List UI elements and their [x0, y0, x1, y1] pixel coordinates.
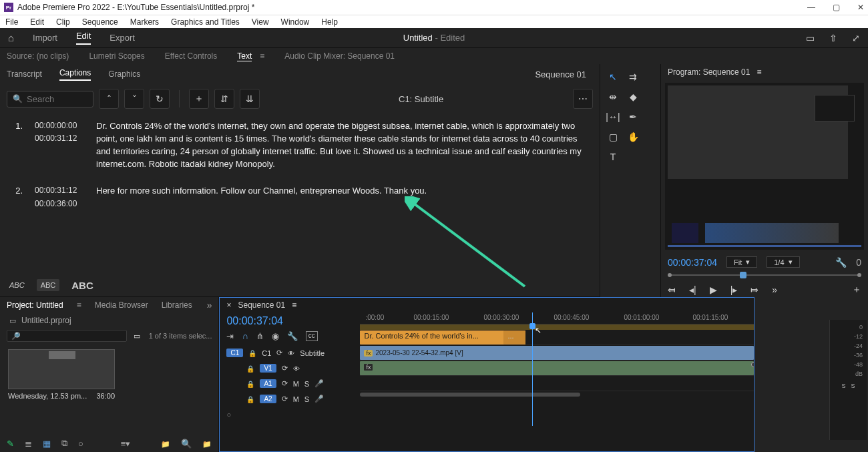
track-eye-icon[interactable]: [288, 349, 294, 357]
menu-markers[interactable]: Markers: [130, 17, 159, 27]
tab-text-menu-icon[interactable]: ≡: [260, 51, 264, 61]
scrubber-playhead-icon[interactable]: [740, 272, 746, 278]
audio-clip-a1[interactable]: fx: [360, 361, 754, 375]
quick-export-icon[interactable]: ▭: [806, 33, 815, 43]
menu-help[interactable]: Help: [321, 17, 338, 27]
mute-button[interactable]: M: [293, 380, 299, 388]
menu-file[interactable]: File: [5, 17, 18, 27]
track-a1-target[interactable]: A1: [260, 379, 276, 388]
subtab-captions[interactable]: Captions: [59, 68, 91, 81]
tab-media-browser[interactable]: Media Browser: [95, 300, 148, 310]
track-sync-icon[interactable]: ⟳: [282, 364, 288, 373]
transport-overflow-icon[interactable]: »: [772, 284, 777, 295]
tab-project-menu-icon[interactable]: ≡: [77, 300, 81, 310]
new-bin-icon[interactable]: ▭: [134, 332, 140, 341]
caption-replace-button[interactable]: ↻: [150, 89, 170, 109]
program-scrubber[interactable]: [668, 272, 861, 278]
new-folder-icon[interactable]: [161, 439, 170, 449]
zoom-slider-icon[interactable]: ○: [78, 439, 83, 449]
track-lock-icon[interactable]: [246, 395, 254, 403]
menu-sequence[interactable]: Sequence: [82, 17, 118, 27]
workspace-export[interactable]: Export: [110, 33, 135, 43]
list-view-icon[interactable]: ≣: [25, 439, 32, 449]
window-maximize-icon[interactable]: ▢: [833, 3, 840, 12]
caption-prev-button[interactable]: ˄: [99, 89, 119, 109]
caption-row[interactable]: 1. 00:00:00:00 00:00:31:12 Dr. Controls …: [13, 120, 586, 170]
play-button[interactable]: ▶: [710, 284, 717, 295]
caption-split-button[interactable]: ⇵: [214, 89, 234, 109]
find-icon[interactable]: 🔍: [181, 439, 192, 449]
menu-view[interactable]: View: [252, 17, 269, 27]
pen-tool-icon[interactable]: ✒: [626, 109, 640, 124]
sequence-menu-icon[interactable]: ≡: [292, 300, 296, 310]
style-option-italic[interactable]: ABC: [9, 281, 25, 289]
new-item-icon[interactable]: [202, 439, 212, 449]
menu-clip[interactable]: Clip: [56, 17, 70, 27]
type-tool-icon[interactable]: T: [606, 150, 620, 164]
freeform-view-icon[interactable]: ⧉: [61, 438, 67, 449]
tab-source[interactable]: Source: (no clips): [7, 51, 69, 61]
caption-add-button[interactable]: ＋: [189, 89, 209, 109]
tab-project[interactable]: Project: Untitled: [7, 300, 63, 310]
tab-libraries[interactable]: Libraries: [162, 300, 192, 310]
solo-button[interactable]: S: [304, 395, 309, 403]
window-minimize-icon[interactable]: —: [807, 3, 815, 12]
step-forward-button[interactable]: |▸: [730, 284, 738, 295]
program-tab[interactable]: Program: Sequence 01: [668, 67, 750, 77]
timeline-timecode[interactable]: 00:00:37:04: [220, 312, 360, 330]
mark-out-button[interactable]: ⤇: [750, 284, 758, 295]
caption-text[interactable]: Dr. Controls 24% of the world's internet…: [96, 120, 586, 170]
track-v1-target[interactable]: V1: [260, 364, 276, 373]
workspace-edit[interactable]: Edit: [76, 31, 91, 45]
panel-overflow-icon[interactable]: »: [207, 300, 212, 310]
caption-merge-button[interactable]: ⇊: [240, 89, 260, 109]
window-close-icon[interactable]: ✕: [857, 3, 864, 12]
track-eye-icon[interactable]: [293, 365, 300, 373]
fit-dropdown[interactable]: Fit▾: [726, 256, 757, 268]
caption-row[interactable]: 2. 00:00:31:12 00:00:36:00 Here for more…: [13, 185, 586, 211]
step-back-button[interactable]: ◂|: [689, 284, 696, 295]
track-c1-source[interactable]: C1: [226, 349, 243, 357]
marker-icon-tl[interactable]: ◉: [272, 331, 279, 341]
menu-graphics[interactable]: Graphics and Titles: [171, 17, 240, 27]
program-timecode[interactable]: 00:00:37:04: [668, 257, 717, 268]
track-select-forward-icon[interactable]: ⇉: [626, 69, 640, 84]
workspace-import[interactable]: Import: [33, 33, 57, 43]
insert-mode-icon[interactable]: ⇥: [226, 331, 234, 341]
tab-close-icon[interactable]: ×: [226, 300, 231, 310]
mark-in-button[interactable]: ⤆: [668, 284, 676, 295]
program-settings-icon[interactable]: 🔧: [835, 257, 847, 268]
menu-window[interactable]: Window: [281, 17, 310, 27]
track-c1-target[interactable]: C1: [262, 349, 271, 357]
tab-audio-clip-mixer[interactable]: Audio Clip Mixer: Sequence 01: [284, 51, 395, 61]
style-option-large[interactable]: ABC: [71, 280, 93, 291]
home-icon[interactable]: ⌂: [8, 32, 14, 43]
add-button-icon[interactable]: ＋: [852, 284, 861, 296]
clip-handle-icon[interactable]: [751, 362, 754, 367]
track-scroll-icon[interactable]: ○: [226, 411, 231, 419]
caption-search-field[interactable]: [27, 94, 87, 104]
razor-tool-icon[interactable]: ◆: [626, 89, 640, 104]
voice-icon[interactable]: 🎤: [314, 379, 324, 388]
tab-lumetri[interactable]: Lumetri Scopes: [89, 51, 144, 61]
share-icon[interactable]: ⇧: [829, 33, 837, 43]
caption-clip-2[interactable]: ...: [503, 330, 525, 345]
cc-display-icon[interactable]: cc: [306, 331, 318, 341]
timeline-sequence-tab[interactable]: Sequence 01: [238, 300, 285, 310]
ripple-edit-icon[interactable]: ⇹: [606, 89, 620, 104]
caption-text[interactable]: Here for more such information. Follow o…: [96, 185, 586, 211]
voice-icon[interactable]: 🎤: [314, 395, 324, 403]
project-item-thumbnail[interactable]: [8, 349, 115, 389]
slip-tool-icon[interactable]: |↔|: [606, 109, 620, 124]
track-lock-icon[interactable]: [248, 349, 256, 357]
selection-tool-icon[interactable]: ↖: [606, 69, 620, 84]
style-option-small[interactable]: ABC: [37, 279, 60, 291]
scrubber-start-icon[interactable]: [668, 273, 672, 277]
track-sync-icon[interactable]: ⟳: [282, 379, 288, 388]
linked-selection-icon[interactable]: ⋔: [256, 331, 264, 341]
program-monitor-view[interactable]: [665, 83, 864, 250]
meter-solo-r[interactable]: S: [851, 383, 855, 389]
track-sync-icon[interactable]: ⟳: [282, 395, 288, 403]
rectangle-tool-icon[interactable]: ▢: [606, 130, 620, 144]
menu-edit[interactable]: Edit: [30, 17, 44, 27]
